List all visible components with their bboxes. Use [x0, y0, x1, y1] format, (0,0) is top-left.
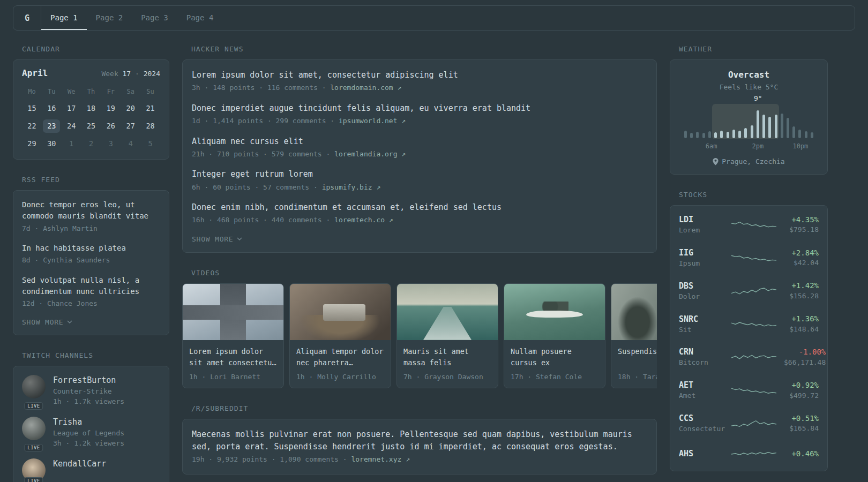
- channel-game: Counter-Strike: [53, 386, 124, 397]
- video-card[interactable]: Aliquam tempor dolor nec pharetra… 1h · …: [289, 283, 391, 388]
- external-link-icon: ↗: [398, 84, 402, 92]
- stocks-section: STOCKS LDI Lorem +4.35% $795.18 IIG: [670, 191, 828, 471]
- stock-row[interactable]: DBS Dolor +1.42% $156.28: [670, 275, 827, 308]
- video-title: Lorem ipsum dolor sit amet consectetu…: [183, 340, 283, 368]
- page-tabs: Page 1 Page 2 Page 3 Page 4: [41, 6, 222, 30]
- calendar-day: 20: [121, 102, 140, 115]
- rss-card: Donec tempor eros leo, ut commodo mauris…: [13, 190, 169, 335]
- hn-item-domain[interactable]: loremdomain.com ↗: [330, 84, 401, 92]
- hn-show-more-button[interactable]: SHOW MORE: [192, 235, 242, 243]
- hn-item-title[interactable]: Donec imperdiet augue tincidunt felis al…: [192, 102, 647, 115]
- tab-page-4[interactable]: Page 4: [177, 6, 223, 30]
- video-title: Aliquam tempor dolor nec pharetra…: [290, 340, 391, 368]
- section-title-twitch: TWITCH CHANNELS: [22, 351, 169, 359]
- rss-item-meta: 7d · Ashlyn Martin: [22, 223, 160, 234]
- stock-price: $499.72: [784, 391, 819, 401]
- stock-row[interactable]: IIG Ipsum +2.84% $42.04: [670, 242, 827, 275]
- live-badge: LIVE: [24, 402, 43, 410]
- stock-row[interactable]: CRN Bitcorn -1.00% $66,171.48: [670, 341, 827, 374]
- stock-ticker: SNRC: [679, 314, 724, 325]
- tab-page-3[interactable]: Page 3: [132, 6, 177, 30]
- weather-x-axis: 6am 2pm 10pm: [684, 141, 813, 151]
- stock-sparkline: [729, 349, 779, 365]
- stock-row[interactable]: AET Amet +0.92% $499.72: [670, 374, 827, 407]
- video-thumbnail: [397, 284, 498, 340]
- calendar-day-other-month: 5: [140, 137, 160, 150]
- channel-game: League of Legends: [53, 428, 124, 439]
- video-card[interactable]: Nullam posuere cursus ex 17h · Stefan Co…: [504, 283, 605, 388]
- stock-change: +0.92%: [784, 380, 819, 391]
- weather-feels-like: Feels like 5°C: [679, 83, 819, 91]
- hn-item-title[interactable]: Donec enim nibh, condimentum et accumsan…: [192, 201, 647, 214]
- subreddit-post-domain[interactable]: loremnet.xyz ↗: [351, 455, 410, 463]
- stock-row[interactable]: SNRC Sit +1.36% $148.64: [670, 308, 827, 341]
- hn-item-domain[interactable]: ipsumify.biz ↗: [322, 183, 381, 191]
- weather-location[interactable]: Prague, Czechia: [679, 157, 819, 165]
- tab-page-2[interactable]: Page 2: [87, 6, 132, 30]
- rss-item-title[interactable]: Donec tempor eros leo, ut commodo mauris…: [22, 199, 160, 222]
- hn-item: Donec enim nibh, condimentum et accumsan…: [192, 201, 647, 225]
- section-title-subreddit: /R/SUBREDDIT: [191, 404, 657, 412]
- hn-item: Donec imperdiet augue tincidunt felis al…: [192, 102, 647, 126]
- right-column: WEATHER Overcast Feels like 5°C 9° 6am 2…: [670, 45, 828, 482]
- video-card[interactable]: Mauris sit amet massa felis 7h · Grayson…: [396, 283, 498, 388]
- stock-row[interactable]: AHS +0.46%: [670, 440, 827, 468]
- twitch-channel[interactable]: LIVE ForrestBurton Counter-Strike 1h · 1…: [22, 375, 160, 407]
- hn-item-title[interactable]: Integer eget rutrum lorem: [192, 168, 647, 180]
- video-meta: 18h · Tara: [611, 368, 657, 381]
- weekday-label: We: [62, 86, 81, 97]
- subreddit-post-title[interactable]: Maecenas mollis pulvinar erat non posuer…: [192, 428, 647, 454]
- stocks-card: LDI Lorem +4.35% $795.18 IIG Ipsum: [670, 205, 828, 471]
- calendar-month: April: [22, 68, 48, 78]
- stock-name: Dolor: [679, 292, 724, 302]
- stock-ticker: LDI: [679, 214, 724, 225]
- hn-item-title[interactable]: Lorem ipsum dolor sit amet, consectetur …: [192, 69, 647, 81]
- hn-item-domain[interactable]: loremlandia.org ↗: [334, 150, 406, 158]
- hn-item-title[interactable]: Aliquam nec cursus elit: [192, 135, 647, 148]
- stock-ticker: CCS: [679, 413, 724, 424]
- channel-meta: 1h · 1.7k viewers: [53, 396, 124, 407]
- weather-hourly-chart: 9°: [684, 108, 813, 138]
- app-logo[interactable]: G: [13, 6, 41, 30]
- weekday-label: Tu: [42, 86, 62, 97]
- rss-item-title[interactable]: In hac habitasse platea: [22, 243, 160, 254]
- hn-item-meta: 16h · 468 points · 440 comments · loremt…: [192, 215, 647, 225]
- channel-name[interactable]: Trisha: [53, 417, 124, 428]
- calendar-card: April Week 17 · 2024 Mo Tu We Th Fr Sa S…: [13, 59, 169, 160]
- weather-condition: Overcast: [679, 70, 819, 80]
- video-card[interactable]: Suspendisse diam 18h · Tara: [611, 283, 657, 388]
- stock-price: $156.28: [784, 291, 819, 302]
- channel-name[interactable]: KendallCarr: [53, 458, 106, 470]
- rss-show-more-button[interactable]: SHOW MORE: [22, 318, 72, 326]
- rss-item: Sed volutpat nulla nisl, a condimentum n…: [22, 275, 160, 309]
- stock-name: Sit: [679, 325, 724, 335]
- channel-name[interactable]: ForrestBurton: [53, 375, 124, 386]
- subreddit-post-meta: 19h · 9,932 points · 1,090 comments · lo…: [192, 454, 647, 465]
- stock-sparkline: [729, 446, 779, 462]
- stock-ticker: CRN: [679, 347, 724, 358]
- hn-item: Aliquam nec cursus elit 21h · 710 points…: [192, 135, 647, 160]
- twitch-channel[interactable]: LIVE Trisha League of Legends 3h · 1.2k …: [22, 417, 160, 449]
- twitch-channel[interactable]: LIVE KendallCarr: [22, 458, 160, 482]
- rss-item-title[interactable]: Sed volutpat nulla nisl, a condimentum n…: [22, 275, 160, 298]
- dashboard-content: CALENDAR April Week 17 · 2024 Mo Tu We T…: [0, 31, 868, 482]
- tab-page-1[interactable]: Page 1: [41, 6, 87, 30]
- calendar-section: CALENDAR April Week 17 · 2024 Mo Tu We T…: [13, 45, 169, 160]
- middle-column: HACKER NEWS Lorem ipsum dolor sit amet, …: [182, 45, 657, 482]
- hn-item: Lorem ipsum dolor sit amet, consectetur …: [192, 69, 647, 93]
- video-card[interactable]: Lorem ipsum dolor sit amet consectetu… 1…: [182, 283, 284, 388]
- stock-ticker: AHS: [679, 448, 724, 460]
- rss-section: RSS FEED Donec tempor eros leo, ut commo…: [13, 176, 169, 335]
- channel-meta: 3h · 1.2k viewers: [53, 438, 124, 449]
- video-title: Suspendisse diam: [611, 340, 657, 368]
- stock-row[interactable]: CCS Consectetur +0.51% $165.84: [670, 407, 827, 440]
- stock-row[interactable]: LDI Lorem +4.35% $795.18: [670, 208, 827, 242]
- subreddit-card: Maecenas mollis pulvinar erat non posuer…: [182, 419, 657, 475]
- calendar-day: 17: [62, 102, 81, 115]
- calendar-day: 22: [22, 119, 42, 133]
- calendar-day: 29: [22, 137, 42, 150]
- weekday-label: Su: [140, 86, 160, 97]
- section-title-hacker-news: HACKER NEWS: [191, 45, 657, 53]
- hn-item-domain[interactable]: loremtech.co ↗: [334, 216, 393, 224]
- hn-item-domain[interactable]: ipsumworld.net ↗: [339, 117, 406, 125]
